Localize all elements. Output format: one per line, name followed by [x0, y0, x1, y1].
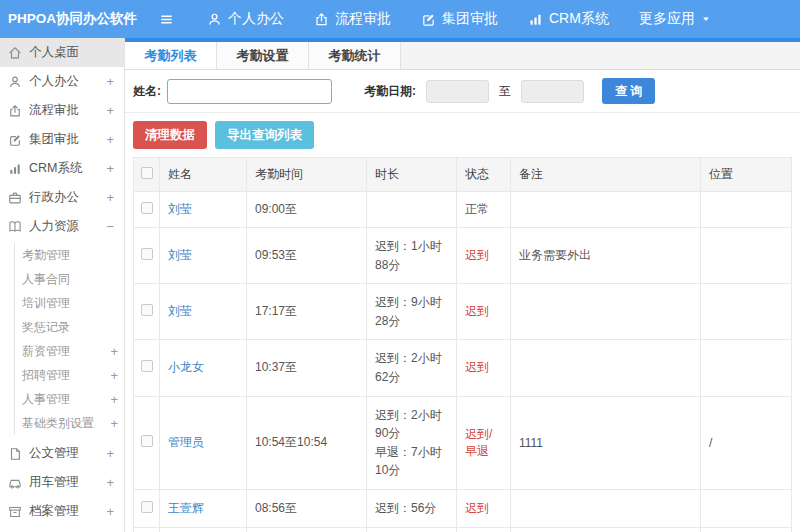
attendance-time-cell: 10:37至	[247, 340, 367, 396]
nav-item[interactable]: CRM系统	[513, 0, 624, 38]
sidebar-subitem[interactable]: 基础类别设置 +	[15, 411, 124, 435]
table-row: 刘莹 09:53至 迟到：1小时88分 迟到 业务需要外出	[134, 228, 792, 284]
employee-name-link[interactable]: 管理员	[168, 435, 204, 449]
tab[interactable]: 考勤列表	[125, 42, 217, 69]
clear-data-button[interactable]: 清理数据	[133, 121, 207, 149]
attendance-table: 姓名 考勤时间 时长 状态 备注 位置 刘莹 09:00至 正常	[133, 157, 792, 532]
employee-name-link[interactable]: 王壹辉	[168, 501, 204, 515]
duration-cell: 迟到：1小时88分	[367, 228, 457, 284]
sidebar-subitem[interactable]: 薪资管理 +	[15, 339, 124, 363]
nav-item-label: 个人办公	[228, 10, 284, 28]
user-icon	[207, 12, 222, 27]
sidebar-item[interactable]: 用车管理 +	[0, 468, 124, 497]
nav-item[interactable]: 个人办公	[192, 0, 299, 38]
tab[interactable]: 考勤设置	[217, 42, 309, 69]
row-checkbox[interactable]	[141, 248, 153, 260]
select-all-checkbox[interactable]	[141, 167, 153, 179]
tab[interactable]: 考勤统计	[309, 42, 401, 69]
attendance-time-cell: 09:00至	[247, 192, 367, 228]
expand-toggle: +	[102, 504, 118, 519]
table-row: 管理员 10:54至10:54 迟到：2小时90分早退：7小时10分 迟到/早退…	[134, 396, 792, 489]
status-cell: 迟到/早退	[457, 396, 511, 489]
chart-icon	[8, 162, 22, 176]
sidebar-subitem[interactable]: 培训管理	[15, 291, 124, 315]
car-icon	[8, 476, 22, 490]
main-layout: 个人桌面 个人办公 + 流程审批 + 集团审批 + CRM系统 + 行政办公 +	[0, 38, 800, 532]
expand-toggle: +	[106, 392, 124, 407]
duration-cell: 迟到：2小时90分早退：7小时10分	[367, 396, 457, 489]
row-checkbox[interactable]	[141, 304, 153, 316]
sidebar-item[interactable]: 公文管理 +	[0, 439, 124, 468]
expand-toggle: +	[102, 103, 118, 118]
note-cell: 业务需要外出	[511, 228, 701, 284]
doc-icon	[8, 447, 22, 461]
sidebar-subitem-label: 招聘管理	[22, 367, 70, 384]
sidebar-subitem[interactable]: 考勤管理	[15, 243, 124, 267]
sidebar-item[interactable]: CRM系统 +	[0, 154, 124, 183]
query-button[interactable]: 查 询	[602, 78, 655, 104]
employee-name-link[interactable]: 小龙女	[168, 360, 204, 374]
sidebar-subitem[interactable]: 人事合同	[15, 267, 124, 291]
sidebar-item[interactable]: 集团审批 +	[0, 125, 124, 154]
nav-item[interactable]: 更多应用	[624, 0, 726, 38]
employee-name-link[interactable]: 刘莹	[168, 202, 192, 216]
sidebar-subitem[interactable]: 奖惩记录	[15, 315, 124, 339]
date-to-input[interactable]	[521, 80, 584, 103]
sidebar-item-label: 档案管理	[29, 503, 79, 520]
search-form: 姓名: 考勤日期: 至 查 询	[125, 70, 800, 113]
row-checkbox[interactable]	[141, 202, 153, 214]
name-label: 姓名:	[133, 83, 161, 100]
sidebar-subitem[interactable]: 招聘管理 +	[15, 363, 124, 387]
sidebar-item[interactable]: 行政办公 +	[0, 183, 124, 212]
expand-toggle: +	[106, 344, 124, 359]
date-label: 考勤日期:	[364, 83, 416, 100]
status-cell: 迟到	[457, 489, 511, 527]
nav-item[interactable]: 集团审批	[406, 0, 513, 38]
col-header-name: 姓名	[160, 158, 247, 192]
attendance-time-cell: 17:17至	[247, 284, 367, 340]
nav-item[interactable]: 流程审批	[299, 0, 406, 38]
export-list-button[interactable]: 导出查询列表	[215, 121, 314, 149]
sidebar-item-label: 行政办公	[29, 189, 79, 206]
sidebar-item[interactable]: 项目管理 +	[0, 526, 124, 532]
tab-bar: 考勤列表考勤设置考勤统计	[125, 42, 800, 70]
sidebar-item-label: 个人办公	[29, 73, 79, 90]
employee-name-link[interactable]: 刘莹	[168, 304, 192, 318]
duration-cell: 迟到：56分	[367, 489, 457, 527]
briefcase-icon	[8, 191, 22, 205]
sidebar-item-label: 公文管理	[29, 445, 79, 462]
navbar-menu: 个人办公流程审批集团审批CRM系统更多应用	[192, 0, 726, 38]
table-row: 刘莹 09:00至 正常	[134, 192, 792, 228]
col-header-duration: 时长	[367, 158, 457, 192]
table-row: 王壹辉 08:56至 迟到：56分 迟到	[134, 489, 792, 527]
note-cell	[511, 527, 701, 532]
status-cell: 迟到	[457, 284, 511, 340]
sidebar-item[interactable]: 人力资源 −	[0, 212, 124, 241]
sidebar-item[interactable]: 档案管理 +	[0, 497, 124, 526]
sidebar-submenu: 考勤管理 人事合同 培训管理 奖惩记录 薪资管理 + 招聘管理 + 人事管理	[14, 243, 124, 435]
app-logo: PHPOA协同办公软件	[0, 0, 125, 38]
flow-icon	[314, 12, 329, 27]
sidebar-subitem-label: 薪资管理	[22, 343, 70, 360]
sidebar-item[interactable]: 个人办公 +	[0, 67, 124, 96]
note-cell	[511, 489, 701, 527]
date-from-input[interactable]	[426, 80, 489, 103]
name-input[interactable]	[167, 79, 332, 104]
nav-item-label: 流程审批	[335, 10, 391, 28]
action-buttons: 清理数据 导出查询列表	[125, 113, 800, 157]
table-row: 小龙女 10:37至 迟到：2小时62分 迟到	[134, 340, 792, 396]
row-checkbox[interactable]	[141, 360, 153, 372]
table-row: 黄蓉 13:20至13:20 迟到：5小时33分早退：4小时67分 迟到/早退 …	[134, 527, 792, 532]
attendance-time-cell: 13:20至13:20	[247, 527, 367, 532]
sidebar-item[interactable]: 流程审批 +	[0, 96, 124, 125]
location-cell	[701, 228, 792, 284]
sidebar-subitem[interactable]: 人事管理 +	[15, 387, 124, 411]
home-icon	[8, 46, 22, 60]
employee-name-link[interactable]: 刘莹	[168, 248, 192, 262]
row-checkbox[interactable]	[141, 501, 153, 513]
user-icon	[8, 75, 22, 89]
sidebar-item[interactable]: 个人桌面	[0, 38, 124, 67]
location-cell: /	[701, 396, 792, 489]
row-checkbox[interactable]	[141, 435, 153, 447]
sidebar-toggle-button[interactable]	[141, 0, 192, 38]
